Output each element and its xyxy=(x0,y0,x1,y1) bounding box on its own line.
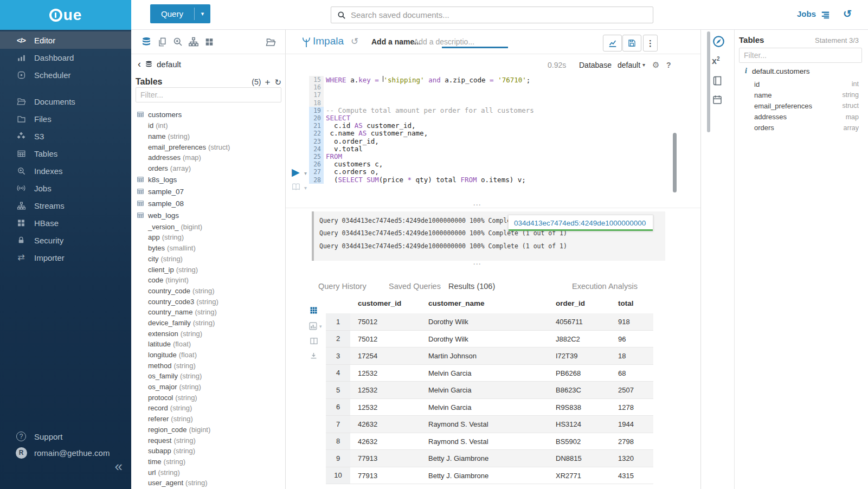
table-row[interactable]: 842632Raymond S. VestalBS59022798 xyxy=(326,433,653,451)
query-id-link[interactable]: 034d413ec7474ed5:4249de1000000000 xyxy=(514,219,646,227)
column-entry[interactable]: client_ip(string) xyxy=(131,264,286,275)
column-entry[interactable]: city(string) xyxy=(131,254,286,265)
engine-name[interactable]: Impala xyxy=(313,35,344,47)
sidebar-item-s3[interactable]: S3 xyxy=(0,127,131,145)
result-column-header[interactable]: customer_name xyxy=(428,299,485,307)
format-query-icon[interactable] xyxy=(291,182,301,192)
column-entry[interactable]: record(string) xyxy=(131,403,286,414)
back-chevron-icon[interactable]: ‹ xyxy=(138,59,141,69)
table-entry-customers[interactable]: customers xyxy=(131,108,286,120)
column-entry[interactable]: country_code(string) xyxy=(131,286,286,297)
sidebar-item-documents[interactable]: Documents xyxy=(0,93,131,110)
grid-view-icon[interactable] xyxy=(310,306,318,314)
hue-logo[interactable]: ue xyxy=(49,8,82,23)
code-line[interactable]: v.total xyxy=(326,145,363,153)
tab-execution-analysis[interactable]: Execution Analysis xyxy=(572,282,638,291)
format-options-caret-icon[interactable]: ▾ xyxy=(304,185,307,191)
current-database[interactable]: default xyxy=(157,60,181,69)
sidebar-item-files[interactable]: Files xyxy=(0,110,131,127)
schedule-icon[interactable] xyxy=(712,94,723,105)
search-input[interactable]: Search saved documents... xyxy=(331,7,653,23)
column-entry[interactable]: longitude(float) xyxy=(131,350,286,361)
column-entry[interactable]: protocol(string) xyxy=(131,392,286,403)
editor-scrollbar[interactable] xyxy=(673,133,677,192)
code-line[interactable]: SELECT xyxy=(326,114,350,122)
save-button[interactable] xyxy=(622,35,641,52)
database-selector[interactable]: default xyxy=(618,61,640,69)
open-folder-icon[interactable] xyxy=(265,36,276,47)
column-entry[interactable]: latitude(float) xyxy=(131,339,286,350)
code-line[interactable]: FROM xyxy=(326,153,342,160)
table-entry-sample_07[interactable]: sample_07 xyxy=(131,185,286,197)
query-history-icon[interactable]: ↺ xyxy=(843,8,852,20)
code-line[interactable]: c.orders o, xyxy=(326,168,379,176)
column-entry[interactable]: country_code3(string) xyxy=(131,296,286,307)
table-row[interactable]: 275012Dorothy WilkJ882C296 xyxy=(326,331,653,348)
query-id-tooltip[interactable]: 034d413ec7474ed5:4249de1000000000 xyxy=(508,215,653,231)
column-entry[interactable]: code(tinyint) xyxy=(131,275,286,286)
column-entry[interactable]: url(string) xyxy=(131,467,286,478)
table-row[interactable]: 977913Betty J. GiambroneDN88151320 xyxy=(326,450,653,467)
right-scrollbar[interactable] xyxy=(707,31,710,132)
table-info-icon[interactable]: i xyxy=(745,67,747,75)
chart-button[interactable] xyxy=(603,35,622,52)
run-query-button[interactable]: ▶ xyxy=(292,167,300,177)
code-line[interactable]: c.id AS customer_id, xyxy=(326,122,416,130)
column-entry[interactable]: _version_(bigint) xyxy=(131,221,286,232)
query-dropdown-caret-icon[interactable]: ▾ xyxy=(195,4,210,23)
table-row[interactable]: 612532Melvin GarciaR9S8381278 xyxy=(326,399,653,416)
column-entry[interactable]: time(string) xyxy=(131,456,286,467)
right-column-entry[interactable]: ordersarray xyxy=(754,123,859,133)
new-query-button[interactable]: Query ▾ xyxy=(150,4,210,23)
editor-history-icon[interactable]: ↺ xyxy=(351,36,358,47)
column-entry[interactable]: app(string) xyxy=(131,232,286,243)
column-entry[interactable]: referer(string) xyxy=(131,414,286,424)
right-filter-input[interactable] xyxy=(739,48,862,63)
column-entry[interactable]: orders(array) xyxy=(131,163,286,174)
active-table-row[interactable]: i default.customers xyxy=(745,67,809,75)
table-entry-sample_08[interactable]: sample_08 xyxy=(131,197,286,209)
result-column-header[interactable]: customer_id xyxy=(358,299,401,307)
language-reference-icon[interactable] xyxy=(712,75,723,86)
settings-gear-icon[interactable]: ⚙ xyxy=(652,60,659,70)
column-entry[interactable]: subapp(string) xyxy=(131,446,286,456)
result-column-header[interactable]: order_id xyxy=(556,299,585,307)
zoom-in-icon[interactable] xyxy=(172,36,183,47)
column-entry[interactable]: bytes(smallint) xyxy=(131,243,286,254)
sitemap-icon[interactable] xyxy=(188,36,199,47)
chart-view-icon[interactable]: ▾ xyxy=(308,321,322,331)
collapse-sidebar-icon[interactable]: « xyxy=(115,458,123,475)
help-icon[interactable]: ? xyxy=(666,61,671,69)
table-row[interactable]: 175012Dorothy Wilk4056711918 xyxy=(326,313,653,331)
sidebar-item-hbase[interactable]: HBase xyxy=(0,214,131,231)
table-entry-web_logs[interactable]: web_logs xyxy=(131,209,286,221)
download-results-icon[interactable] xyxy=(310,352,318,360)
query-button-label[interactable]: Query xyxy=(150,4,194,23)
column-entry[interactable]: device_family(string) xyxy=(131,318,286,329)
tab-saved-queries[interactable]: Saved Queries xyxy=(389,282,441,291)
sidebar-item-streams[interactable]: Streams xyxy=(0,197,131,214)
code-line[interactable]: -- Compute total amount per order for al… xyxy=(326,107,534,114)
code-line[interactable]: customers c, xyxy=(326,160,383,168)
resize-handle-bottom-icon[interactable]: ⋯ xyxy=(473,259,481,269)
column-entry[interactable]: email_preferences(struct) xyxy=(131,141,286,152)
sidebar-item-security[interactable]: Security xyxy=(0,231,131,249)
editor-assistant-icon[interactable] xyxy=(712,35,725,48)
column-entry[interactable]: os_family(string) xyxy=(131,371,286,382)
active-table-name[interactable]: default.customers xyxy=(752,67,810,75)
columns-view-icon[interactable] xyxy=(310,337,318,345)
right-column-entry[interactable]: namestring xyxy=(754,89,859,100)
code-line[interactable]: (SELECT SUM(price * qty) total FROM o.it… xyxy=(326,176,526,184)
table-entry-k8s_logs[interactable]: k8s_logs xyxy=(131,173,286,185)
column-entry[interactable]: addresses(map) xyxy=(131,152,286,163)
tables-filter-input[interactable] xyxy=(136,87,281,102)
query-description-field[interactable]: Add a descriptio... xyxy=(414,37,474,46)
column-entry[interactable]: os_major(string) xyxy=(131,382,286,393)
table-row[interactable]: 317254Martin JohnsonI72T3918 xyxy=(326,348,653,365)
column-entry[interactable]: country_name(string) xyxy=(131,307,286,318)
column-entry[interactable]: name(string) xyxy=(131,131,286,142)
more-actions-button[interactable]: ⋮ xyxy=(643,35,658,52)
sidebar-item-support[interactable]: ? Support xyxy=(0,428,131,445)
sidebar-item-jobs[interactable]: Jobs xyxy=(0,179,131,197)
resize-handle-top-icon[interactable]: ⋯ xyxy=(473,200,481,210)
